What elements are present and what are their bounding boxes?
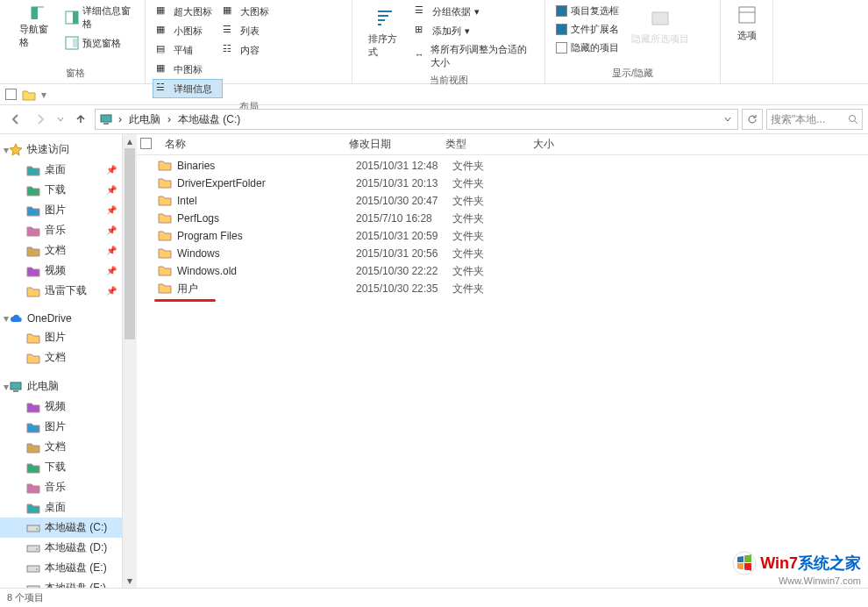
table-row[interactable]: Program Files2015/10/31 20:59文件夹 <box>137 227 868 245</box>
folder-icon <box>158 194 172 208</box>
ribbon: 导航窗格 详细信息窗格 预览窗格 窗格 ▦超大图标 ▦小图标 ▤平铺 ▦大图标 … <box>0 0 868 84</box>
checkbox-icon[interactable] <box>5 89 17 100</box>
tiles-button[interactable]: ▤平铺 <box>153 40 219 60</box>
svg-rect-14 <box>13 390 18 392</box>
m-icons-button[interactable]: ▦中图标 <box>153 60 223 79</box>
crumb-pc[interactable]: 此电脑 <box>125 110 164 129</box>
xl-icons-button[interactable]: ▦超大图标 <box>153 2 219 21</box>
nav-item[interactable]: 视频 <box>0 396 122 417</box>
scroll-track[interactable] <box>123 148 137 574</box>
svg-rect-7 <box>739 7 755 23</box>
fit-cols-button[interactable]: ↔将所有列调整为合适的大小 <box>411 40 537 72</box>
grid-icon: ▦ <box>156 24 170 38</box>
sort-button[interactable]: 排序方式 <box>365 5 406 61</box>
nav-item[interactable]: 本地磁盘 (D:) <box>0 538 122 558</box>
nav-item[interactable]: 文档 <box>0 437 122 457</box>
list-button[interactable]: ☰列表 <box>219 21 277 40</box>
nav-item[interactable]: 音乐📌 <box>0 220 122 240</box>
col-size[interactable]: 大小 <box>526 137 596 152</box>
nav-item[interactable]: 图片📌 <box>0 200 122 220</box>
view-group-label: 当前视图 <box>359 72 537 90</box>
search-placeholder: 搜索"本地... <box>771 112 825 127</box>
refresh-button[interactable] <box>742 109 763 130</box>
table-row[interactable]: Windows.old2015/10/30 22:22文件夹 <box>137 262 868 280</box>
equals-icon[interactable]: ▾ <box>41 89 46 101</box>
crumb-sep[interactable]: › <box>164 110 174 129</box>
nav-item[interactable]: 本地磁盘 (F:) <box>0 578 122 588</box>
l-icons-button[interactable]: ▦大图标 <box>219 2 277 21</box>
col-type[interactable]: 类型 <box>438 137 526 152</box>
nav-header[interactable]: ▾快速访问 <box>0 139 122 160</box>
table-row[interactable]: 用户2015/10/30 22:35文件夹 <box>137 280 868 297</box>
options-button[interactable]: 选项 <box>733 2 761 78</box>
fit-icon: ↔ <box>415 49 427 63</box>
nav-item[interactable]: 图片 <box>0 327 122 347</box>
folder-icon <box>158 282 172 296</box>
table-row[interactable]: DriverExpertFolder2015/10/31 20:13文件夹 <box>137 175 868 192</box>
forward-button[interactable] <box>30 109 51 130</box>
nav-item[interactable]: 图片 <box>0 417 122 437</box>
nav-pane-button[interactable]: 导航窗格 <box>12 2 61 53</box>
scroll-thumb[interactable] <box>125 148 135 339</box>
detail-pane-button[interactable]: 详细信息窗格 <box>61 2 138 33</box>
pin-icon: 📌 <box>106 225 117 235</box>
nav-item[interactable]: 音乐 <box>0 477 122 497</box>
file-ext-toggle[interactable]: 文件扩展名 <box>552 20 623 39</box>
hide-selected-button[interactable]: 隐藏所选项目 <box>628 5 693 48</box>
folder-icon <box>158 229 172 243</box>
crumb-disk[interactable]: 本地磁盘 (C:) <box>174 110 244 129</box>
nav-item[interactable]: 下载 <box>0 457 122 477</box>
nav-scrollbar[interactable]: ▴ ▾ <box>123 134 137 588</box>
checkbox-icon <box>556 42 567 54</box>
crumb-sep[interactable]: › <box>115 110 125 129</box>
header-checkbox[interactable] <box>140 138 158 152</box>
group-button[interactable]: ☰分组依据▾ <box>411 2 537 21</box>
nav-item[interactable]: 桌面 <box>0 497 122 518</box>
add-col-button[interactable]: ⊞添加列▾ <box>411 21 537 40</box>
nav-item[interactable]: 桌面📌 <box>0 160 122 180</box>
folder-icon[interactable] <box>22 89 36 101</box>
table-row[interactable]: PerfLogs2015/7/10 16:28文件夹 <box>137 210 868 227</box>
up-button[interactable] <box>70 109 91 130</box>
pin-icon: 📌 <box>106 165 117 175</box>
col-date[interactable]: 修改日期 <box>342 137 438 152</box>
svg-point-11 <box>850 116 856 122</box>
nav-item[interactable]: 迅雷下载📌 <box>0 281 122 301</box>
nav-item[interactable]: 本地磁盘 (E:) <box>0 558 122 578</box>
col-name[interactable]: 名称 <box>158 137 342 152</box>
nav-header[interactable]: ▾OneDrive <box>0 310 122 327</box>
folder-icon <box>158 211 172 225</box>
table-row[interactable]: Windows2015/10/31 20:56文件夹 <box>137 245 868 262</box>
column-headers[interactable]: 名称 修改日期 类型 大小 <box>137 134 868 155</box>
hidden-items-toggle[interactable]: 隐藏的项目 <box>552 39 623 57</box>
file-list: 名称 修改日期 类型 大小 Binaries2015/10/31 12:48文件… <box>137 134 868 588</box>
grid-icon: ▦ <box>156 4 170 18</box>
recent-button[interactable] <box>54 109 67 130</box>
pin-icon: 📌 <box>106 266 117 275</box>
list-icon: ☰ <box>223 24 237 38</box>
nav-item[interactable]: 文档 <box>0 347 122 368</box>
nav-tree[interactable]: ▾快速访问桌面📌下载📌图片📌音乐📌文档📌视频📌迅雷下载📌▾OneDrive图片文… <box>0 134 123 588</box>
details-button[interactable]: ☱详细信息 <box>153 79 223 98</box>
scroll-up-button[interactable]: ▴ <box>123 134 137 148</box>
item-checkbox-toggle[interactable]: 项目复选框 <box>552 2 623 20</box>
table-row[interactable]: Intel2015/10/30 20:47文件夹 <box>137 192 868 210</box>
nav-item[interactable]: 文档📌 <box>0 240 122 261</box>
s-icons-button[interactable]: ▦小图标 <box>153 21 219 40</box>
search-input[interactable]: 搜索"本地... <box>766 109 863 130</box>
crumb-dropdown[interactable] <box>720 110 736 129</box>
svg-point-18 <box>36 548 38 550</box>
table-row[interactable]: Binaries2015/10/31 12:48文件夹 <box>137 157 868 175</box>
breadcrumb[interactable]: › 此电脑 › 本地磁盘 (C:) <box>95 109 738 130</box>
watermark: Win7系统之家 Www.Winwin7.com <box>732 551 861 586</box>
content-button[interactable]: ☷内容 <box>219 40 277 60</box>
nav-item[interactable]: 本地磁盘 (C:) <box>0 518 122 538</box>
nav-header[interactable]: ▾此电脑 <box>0 376 122 396</box>
nav-item[interactable]: 视频📌 <box>0 261 122 281</box>
folder-icon <box>158 176 172 190</box>
preview-pane-button[interactable]: 预览窗格 <box>61 33 138 53</box>
nav-item[interactable]: 下载📌 <box>0 180 122 200</box>
scroll-down-button[interactable]: ▾ <box>123 574 137 588</box>
checkbox-icon <box>556 24 567 35</box>
back-button[interactable] <box>5 109 26 130</box>
